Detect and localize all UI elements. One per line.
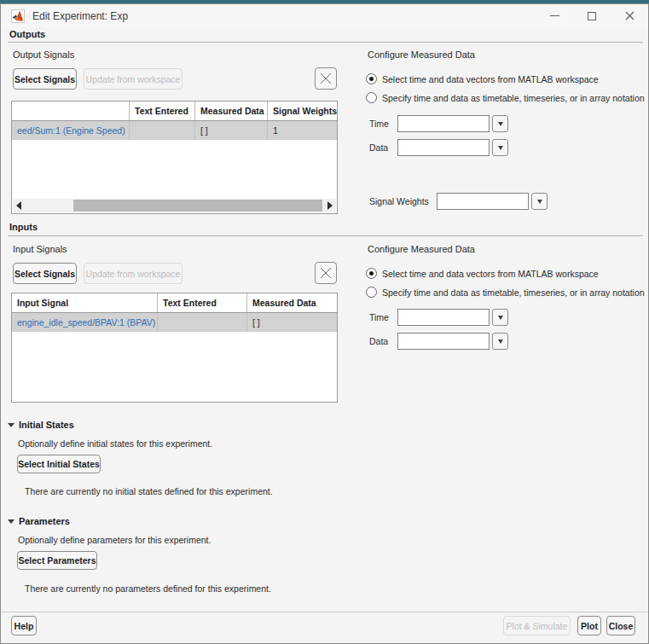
radio-selected-icon [366,73,377,84]
initial-states-empty-message: There are currently no initial states de… [25,486,273,496]
radio-selected-icon [366,268,377,279]
outputs-section-heading: Outputs [9,29,45,39]
maximize-icon [588,12,596,20]
inputs-time-combobox[interactable] [397,309,490,326]
initial-states-collapse-header[interactable]: Initial States [8,420,74,430]
parameters-heading: Parameters [19,516,70,526]
output-update-from-workspace-button[interactable]: Update from workspace [84,68,183,90]
outputs-radio-workspace-label: Select time and data vectors from MATLAB… [382,74,599,84]
outputs-data-dropdown-button[interactable] [492,139,508,156]
output-signals-table: Text Entered Measured Data Signal Weight… [11,101,338,214]
select-parameters-button[interactable]: Select Parameters [17,551,97,570]
radio-unselected-icon [366,287,377,298]
input-select-signals-button[interactable]: Select Signals [13,263,77,284]
scroll-thumb[interactable] [73,200,322,212]
outputs-data-combobox[interactable] [397,139,490,156]
delete-x-icon [320,73,332,84]
parameters-collapse-header[interactable]: Parameters [8,516,70,526]
close-icon [625,11,635,20]
output-table-header-signal [12,102,130,120]
output-select-signals-button[interactable]: Select Signals [13,68,77,90]
inputs-time-dropdown-button[interactable] [492,309,508,326]
edit-experiment-dialog: Edit Experiment: Exp Outputs Output Sign… [0,3,649,644]
outputs-data-label: Data [369,142,388,153]
parameters-description: Optionally define parameters for this ex… [18,535,211,545]
outputs-time-dropdown-button[interactable] [492,115,508,132]
minimize-button[interactable] [536,4,573,27]
inputs-data-label: Data [369,336,388,346]
inputs-data-combobox[interactable] [397,333,490,350]
input-update-from-workspace-button[interactable]: Update from workspace [84,263,183,284]
outputs-divider [8,42,643,43]
input-table-row[interactable]: engine_idle_speed/BPAV:1 (BPAV) [ ] [12,313,337,332]
input-text-entered-cell[interactable] [158,313,247,332]
output-measured-data-cell[interactable]: [ ] [195,121,268,140]
input-table-header-row: Input Signal Text Entered Measured Data [12,293,337,313]
inputs-radio-workspace[interactable]: Select time and data vectors from MATLAB… [366,268,599,279]
input-table-header-measured-data: Measured Data [247,293,337,312]
collapse-arrow-icon [8,519,14,524]
output-table-header-text-entered: Text Entered [130,102,195,120]
maximize-button[interactable] [573,4,611,27]
outputs-signal-weights-dropdown-button[interactable] [531,193,548,210]
input-signal-cell[interactable]: engine_idle_speed/BPAV:1 (BPAV) [12,313,158,332]
radio-unselected-icon [366,92,377,103]
inputs-radio-array[interactable]: Specify time and data as timetable, time… [366,287,645,298]
input-signals-label: Input Signals [13,244,67,254]
inputs-radio-workspace-label: Select time and data vectors from MATLAB… [382,269,599,279]
inputs-data-dropdown-button[interactable] [492,333,508,350]
input-signals-table: Input Signal Text Entered Measured Data … [11,293,338,403]
plot-button[interactable]: Plot [577,616,601,635]
output-table-header-row: Text Entered Measured Data Signal Weight… [12,102,337,121]
scroll-right-icon[interactable] [327,201,333,210]
output-text-entered-cell[interactable] [130,121,195,140]
select-initial-states-button[interactable]: Select Initial States [17,455,101,473]
window-controls [536,4,648,27]
window-title: Edit Experiment: Exp [32,10,128,22]
input-table-header-text-entered: Text Entered [158,293,247,312]
parameters-empty-message: There are currently no parameters define… [25,583,271,594]
input-table-header-signal: Input Signal [12,293,158,312]
initial-states-description: Optionally define initial states for thi… [18,438,212,449]
outputs-signal-weights-label: Signal Weights [369,196,429,206]
outputs-time-combobox[interactable] [397,115,490,132]
output-table-hscrollbar[interactable] [13,199,336,212]
output-signals-label: Output Signals [13,49,74,60]
inputs-radio-array-label: Specify time and data as timetable, time… [382,287,645,298]
delete-x-icon [320,267,332,279]
footer-divider [1,612,648,612]
chevron-down-icon [498,122,503,126]
output-table-header-signal-weights: Signal Weights [268,102,337,120]
outputs-radio-array[interactable]: Specify time and data as timetable, time… [366,92,645,103]
outputs-radio-workspace[interactable]: Select time and data vectors from MATLAB… [366,73,599,84]
close-button[interactable] [611,4,648,27]
output-table-header-measured-data: Measured Data [195,102,268,120]
outputs-configure-title: Configure Measured Data [368,49,475,60]
help-button[interactable]: Help [11,616,37,635]
chevron-down-icon [498,316,503,320]
inputs-divider [8,235,643,236]
output-signal-weights-cell[interactable]: 1 [268,121,337,140]
titlebar: Edit Experiment: Exp [1,4,648,27]
inputs-time-label: Time [369,312,389,322]
chevron-down-icon [498,146,503,150]
initial-states-heading: Initial States [19,420,74,430]
close-dialog-button[interactable]: Close [606,616,635,635]
output-table-row[interactable]: eed/Sum:1 (Engine Speed) [ ] 1 [12,121,337,140]
input-delete-signal-button[interactable] [315,262,337,284]
chevron-down-icon [498,339,503,344]
plot-and-simulate-button[interactable]: Plot & Simulate [503,616,571,635]
outputs-time-label: Time [369,119,389,129]
matlab-icon [11,9,25,23]
outputs-radio-array-label: Specify time and data as timetable, time… [382,93,645,103]
inputs-configure-title: Configure Measured Data [368,244,475,254]
output-delete-signal-button[interactable] [315,67,337,90]
chevron-down-icon [537,200,542,204]
collapse-arrow-icon [8,423,14,427]
output-signal-cell[interactable]: eed/Sum:1 (Engine Speed) [12,121,130,140]
inputs-section-heading: Inputs [9,222,38,232]
outputs-signal-weights-combobox[interactable] [437,193,529,210]
scroll-left-icon[interactable] [16,201,21,210]
input-measured-data-cell[interactable]: [ ] [247,313,337,332]
minimize-icon [550,15,559,16]
